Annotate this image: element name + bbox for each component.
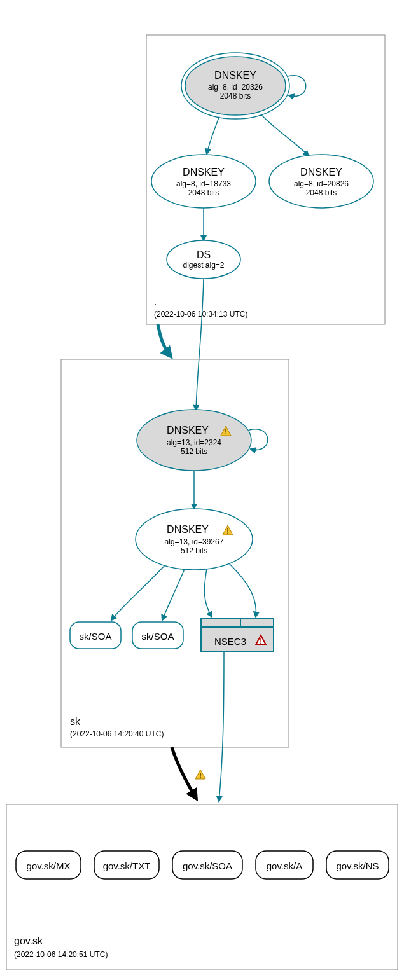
node-root-zsk1-alg: alg=8, id=18733 — [176, 179, 231, 188]
svg-rect-18 — [6, 804, 398, 970]
zone-govsk-label: gov.sk — [14, 935, 43, 946]
node-gov-mx: gov.sk/MX — [16, 851, 81, 879]
node-gov-mx-label: gov.sk/MX — [27, 860, 71, 871]
edge-sk-ksk-self — [249, 429, 268, 450]
svg-text:!: ! — [260, 637, 262, 645]
node-sk-soa2-label: sk/SOA — [142, 631, 174, 642]
zone-sk-timestamp: (2022-10-06 14:20:40 UTC) — [70, 729, 164, 738]
edge-zone-root-to-sk — [158, 324, 171, 356]
node-gov-a: gov.sk/A — [256, 851, 313, 879]
edge-sk-zsk-to-soa1 — [111, 565, 165, 620]
warning-icon: ! — [195, 770, 205, 779]
svg-text:!: ! — [226, 527, 229, 535]
zone-govsk-timestamp: (2022-10-06 14:20:51 UTC) — [14, 950, 108, 959]
zone-gov-sk: gov.sk (2022-10-06 14:20:51 UTC) — [6, 804, 398, 970]
node-root-ksk-alg: alg=8, id=20326 — [208, 83, 263, 92]
node-sk-soa2: sk/SOA — [132, 622, 183, 649]
node-sk-ksk-title: DNSKEY — [167, 425, 209, 436]
node-gov-ns-label: gov.sk/NS — [336, 860, 379, 871]
node-root-zsk1-title: DNSKEY — [183, 167, 225, 177]
node-root-ds-title: DS — [197, 249, 211, 260]
edge-sk-zsk-to-soa2 — [162, 569, 185, 620]
node-sk-nsec3-label: NSEC3 — [214, 636, 246, 647]
node-sk-ksk-alg: alg=13, id=2324 — [167, 438, 221, 447]
node-root-zsk1: DNSKEY alg=8, id=18733 2048 bits — [151, 155, 256, 208]
zone-sk-label: sk — [70, 716, 81, 727]
zone-root-label: . — [154, 296, 157, 307]
edge-root-ksk-self — [288, 76, 306, 97]
svg-text:!: ! — [225, 428, 227, 436]
edge-nsec3-to-govsk — [219, 651, 224, 801]
svg-text:!: ! — [199, 771, 202, 779]
node-sk-soa1-label: sk/SOA — [80, 631, 112, 642]
node-sk-zsk: DNSKEY alg=13, id=39267 512 bits ! — [136, 509, 253, 570]
node-sk-zsk-bits: 512 bits — [181, 546, 207, 555]
edge-sk-zsk-to-nsec3b — [229, 563, 256, 617]
node-root-zsk2-title: DNSKEY — [300, 167, 342, 177]
node-sk-ksk-bits: 512 bits — [181, 447, 207, 456]
node-gov-txt-label: gov.sk/TXT — [103, 860, 151, 871]
node-root-zsk2-bits: 2048 bits — [306, 188, 337, 197]
node-root-zsk2: DNSKEY alg=8, id=20826 2048 bits — [269, 155, 373, 208]
edge-sk-zsk-to-nsec3a — [204, 569, 212, 617]
edge-zone-sk-to-govsk — [172, 747, 196, 798]
edge-root-ksk-to-zsk1 — [207, 116, 219, 154]
node-root-ksk-bits: 2048 bits — [220, 92, 251, 100]
node-sk-soa1: sk/SOA — [70, 622, 121, 649]
node-root-zsk1-bits: 2048 bits — [188, 188, 219, 197]
node-sk-ksk: DNSKEY alg=13, id=2324 512 bits ! — [137, 410, 251, 471]
node-sk-nsec3: NSEC3 ! — [201, 618, 274, 651]
node-gov-soa-label: gov.sk/SOA — [183, 860, 232, 871]
node-root-zsk2-alg: alg=8, id=20826 — [294, 179, 349, 188]
node-root-ds: DS digest alg=2 — [167, 240, 240, 279]
node-gov-a-label: gov.sk/A — [267, 860, 302, 871]
node-root-ksk-title: DNSKEY — [214, 70, 256, 81]
edge-ds-to-sk-ksk — [196, 279, 204, 410]
node-sk-zsk-alg: alg=13, id=39267 — [165, 537, 224, 546]
node-gov-txt: gov.sk/TXT — [94, 851, 159, 879]
node-gov-ns: gov.sk/NS — [326, 851, 389, 879]
zone-root-timestamp: (2022-10-06 10:34:13 UTC) — [154, 310, 247, 319]
node-root-ksk: DNSKEY alg=8, id=20326 2048 bits — [181, 53, 289, 119]
node-root-ds-alg: digest alg=2 — [183, 261, 224, 270]
edge-root-ksk-to-zsk2 — [261, 114, 309, 156]
node-gov-soa: gov.sk/SOA — [172, 851, 242, 879]
node-sk-zsk-title: DNSKEY — [167, 524, 209, 535]
